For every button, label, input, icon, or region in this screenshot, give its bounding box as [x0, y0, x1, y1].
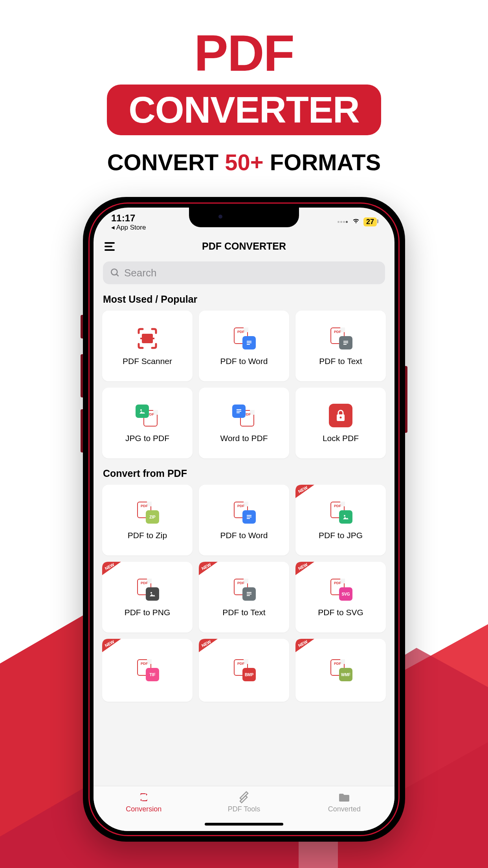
svg-point-25	[150, 592, 152, 594]
svg-point-15	[140, 409, 142, 411]
status-back-appstore[interactable]: ◂ App Store	[111, 224, 146, 232]
pdf-text-icon	[231, 577, 257, 602]
hero-pill: CONVERTER	[107, 85, 381, 135]
app-header: PDF CONVERTER	[94, 235, 394, 256]
word-pdf-icon	[231, 403, 257, 428]
pdf-svg-icon: SVG	[328, 577, 353, 602]
tile-pdf-scanner[interactable]: PDF Scanner	[102, 311, 193, 381]
new-badge: NEW	[102, 562, 124, 577]
svg-rect-12	[343, 341, 348, 342]
svg-rect-27	[247, 594, 251, 594]
scanner-icon	[135, 326, 160, 351]
wifi-icon	[352, 216, 360, 227]
section-title-from-pdf: Convert from PDF	[94, 458, 394, 485]
search-input[interactable]: Search	[103, 261, 385, 284]
pdf-jpg-icon	[328, 500, 353, 525]
hero: PDF CONVERTER CONVERT 50+ FORMATS	[0, 0, 488, 175]
tools-icon	[238, 791, 250, 804]
pdf-zip-icon: ZIP	[135, 500, 160, 525]
tab-bar: Conversion PDF Tools Converted	[94, 786, 394, 831]
svg-rect-18	[237, 412, 240, 413]
tile-pdf-to-zip[interactable]: ZIP PDF to Zip	[102, 485, 193, 555]
tile-word-to-pdf[interactable]: Word to PDF	[199, 388, 289, 458]
pdf-bmp-icon: BMP	[231, 658, 257, 683]
cellular-icon	[338, 221, 348, 223]
svg-rect-22	[247, 517, 251, 517]
grid-popular: PDF Scanner PDF to Word PDF to Text JPG …	[94, 311, 394, 458]
grid-from-pdf: ZIP PDF to Zip PDF to Word NEW PDF to JP…	[94, 485, 394, 702]
search-placeholder: Search	[124, 267, 156, 279]
hero-title: PDF	[0, 24, 488, 83]
battery-indicator: 27	[363, 217, 377, 226]
new-badge: NEW	[295, 639, 317, 655]
tile-pdf-to-wmf[interactable]: NEW WMF	[295, 639, 386, 702]
tile-pdf-to-png[interactable]: NEW PDF to PNG	[102, 562, 193, 633]
pdf-png-icon	[135, 577, 160, 602]
pdf-word-icon	[231, 326, 257, 351]
phone-frame: 11:17 ◂ App Store 27 PDF CONVERTER Searc…	[83, 197, 405, 842]
jpg-pdf-icon	[135, 403, 160, 428]
svg-rect-10	[247, 342, 251, 343]
svg-line-6	[116, 274, 118, 276]
svg-rect-23	[247, 518, 250, 519]
tile-lock-pdf[interactable]: Lock PDF	[295, 388, 386, 458]
pdf-word-icon	[231, 500, 257, 525]
pdf-tif-icon: TIF	[135, 658, 160, 683]
folder-icon	[338, 791, 350, 804]
svg-rect-11	[247, 344, 250, 345]
notch	[189, 208, 299, 227]
tile-jpg-to-pdf[interactable]: JPG to PDF	[102, 388, 193, 458]
new-badge: NEW	[295, 485, 317, 500]
tile-pdf-to-jpg[interactable]: NEW PDF to JPG	[295, 485, 386, 555]
app-title: PDF CONVERTER	[105, 241, 383, 252]
tile-pdf-to-bmp[interactable]: NEW BMP	[199, 639, 289, 702]
svg-point-24	[344, 515, 345, 517]
section-title-popular: Most Used / Popular	[94, 284, 394, 311]
home-indicator[interactable]	[205, 823, 283, 826]
tile-pdf-to-tif[interactable]: NEW TIF	[102, 639, 193, 702]
tile-pdf-to-text[interactable]: PDF to Text	[295, 311, 386, 381]
tile-pdf-to-word[interactable]: PDF to Word	[199, 311, 289, 381]
tile-pdf-to-svg[interactable]: NEW SVG PDF to SVG	[295, 562, 386, 633]
lock-icon	[328, 403, 353, 428]
new-badge: NEW	[199, 639, 221, 655]
tile-pdf-to-word-2[interactable]: PDF to Word	[199, 485, 289, 555]
tile-pdf-to-text-2[interactable]: NEW PDF to Text	[199, 562, 289, 633]
phone-screen: 11:17 ◂ App Store 27 PDF CONVERTER Searc…	[94, 208, 394, 831]
svg-rect-16	[237, 409, 241, 410]
tab-converted[interactable]: Converted	[294, 786, 394, 831]
pdf-wmf-icon: WMF	[328, 658, 353, 683]
new-badge: NEW	[295, 562, 317, 577]
svg-rect-14	[343, 344, 347, 345]
hero-subtitle: CONVERT 50+ FORMATS	[0, 149, 488, 175]
pdf-text-icon	[328, 326, 353, 351]
status-time: 11:17	[111, 213, 146, 223]
svg-rect-9	[247, 341, 251, 342]
search-icon	[110, 268, 120, 278]
svg-rect-17	[237, 411, 241, 412]
svg-rect-26	[247, 592, 251, 593]
svg-rect-28	[247, 595, 250, 596]
svg-rect-8	[140, 338, 154, 339]
svg-point-5	[111, 269, 117, 275]
conversion-icon	[138, 791, 150, 804]
new-badge: NEW	[102, 639, 124, 655]
svg-point-20	[340, 417, 342, 419]
svg-rect-13	[343, 342, 348, 343]
new-badge: NEW	[199, 562, 221, 577]
svg-rect-21	[247, 515, 251, 516]
tab-conversion[interactable]: Conversion	[94, 786, 194, 831]
